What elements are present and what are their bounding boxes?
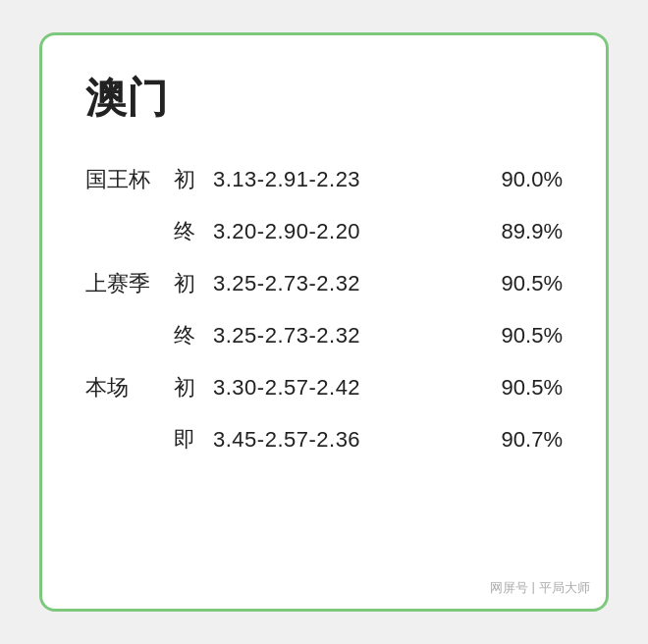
row-pct: 90.5% [494, 319, 563, 351]
row-odds: 3.30-2.57-2.42 [213, 371, 494, 403]
row-pct: 90.5% [494, 371, 563, 403]
row-main-label: 上赛季 [85, 267, 174, 299]
table-row: 本场 初 3.30-2.57-2.42 90.5% [85, 361, 563, 413]
watermark-text2: 平局大师 [539, 579, 590, 597]
table-row: 上赛季 初 3.25-2.73-2.32 90.5% [85, 257, 563, 309]
row-main-label: 国王杯 [85, 163, 174, 195]
row-sub-label: 即 [174, 423, 213, 456]
watermark: 网屏号 | 平局大师 [490, 579, 590, 597]
row-sub-label: 初 [174, 371, 213, 403]
watermark-text1: 网屏号 [490, 579, 528, 597]
row-sub-label: 终 [174, 215, 213, 247]
data-table: 国王杯 初 3.13-2.91-2.23 90.0% 终 3.20-2.90-2… [85, 153, 563, 573]
row-sub-label: 终 [174, 319, 213, 351]
page-title: 澳门 [85, 71, 563, 126]
row-pct: 89.9% [494, 215, 563, 247]
row-pct: 90.7% [494, 423, 563, 456]
row-pct: 90.5% [494, 267, 563, 299]
row-sub-label: 初 [174, 163, 213, 195]
row-odds: 3.25-2.73-2.32 [213, 319, 494, 351]
table-row: 终 3.20-2.90-2.20 89.9% [85, 205, 563, 257]
row-odds: 3.20-2.90-2.20 [213, 215, 494, 247]
watermark-sep: | [532, 579, 535, 597]
main-card: 澳门 国王杯 初 3.13-2.91-2.23 90.0% 终 3.20-2.9… [39, 32, 609, 612]
row-sub-label: 初 [174, 267, 213, 299]
table-row: 国王杯 初 3.13-2.91-2.23 90.0% [85, 153, 563, 205]
row-odds: 3.45-2.57-2.36 [213, 423, 494, 456]
row-main-label: 本场 [85, 371, 174, 403]
row-odds: 3.13-2.91-2.23 [213, 163, 494, 195]
row-odds: 3.25-2.73-2.32 [213, 267, 494, 299]
table-row: 即 3.45-2.57-2.36 90.7% [85, 413, 563, 465]
row-pct: 90.0% [494, 163, 563, 195]
table-row: 终 3.25-2.73-2.32 90.5% [85, 309, 563, 361]
